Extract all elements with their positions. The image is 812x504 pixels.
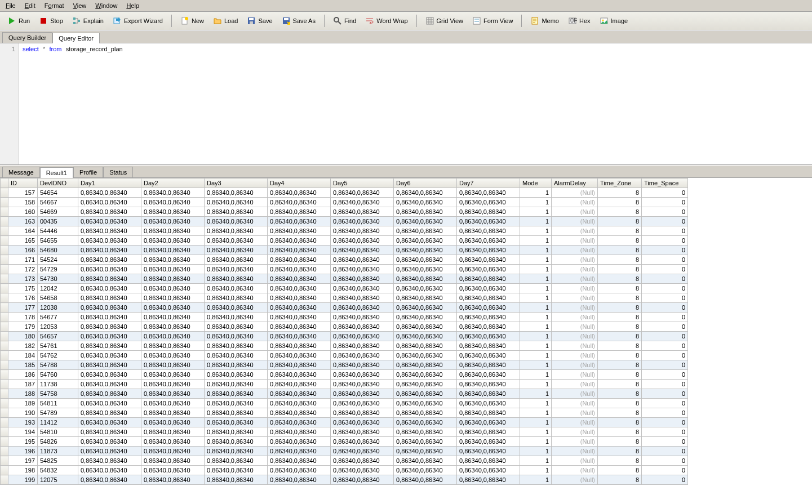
cell-dev[interactable]: 11412: [38, 418, 78, 427]
table-row[interactable]: 178546770,86340,0,863400,86340,0,863400,…: [1, 313, 688, 322]
menu-help[interactable]: Help: [123, 1, 143, 10]
cell-ts[interactable]: 0: [642, 284, 688, 293]
cell-day[interactable]: 0,86340,0,86340: [457, 389, 520, 399]
cell-alarmdelay[interactable]: (Null): [552, 427, 598, 437]
cell-alarmdelay[interactable]: (Null): [552, 207, 598, 217]
cell-id[interactable]: 194: [8, 427, 38, 437]
row-header[interactable]: [1, 475, 8, 485]
cell-id[interactable]: 173: [8, 274, 38, 284]
cell-mode[interactable]: 1: [520, 207, 552, 217]
cell-alarmdelay[interactable]: (Null): [552, 408, 598, 418]
cell-day[interactable]: 0,86340,0,86340: [331, 207, 394, 217]
table-row[interactable]: 197548250,86340,0,863400,86340,0,863400,…: [1, 456, 688, 466]
cell-ts[interactable]: 0: [642, 427, 688, 437]
cell-alarmdelay[interactable]: (Null): [552, 303, 598, 313]
cell-tz[interactable]: 8: [598, 265, 642, 274]
cell-day[interactable]: 0,86340,0,86340: [141, 226, 205, 236]
cell-day[interactable]: 0,86340,0,86340: [78, 389, 141, 399]
cell-ts[interactable]: 0: [642, 475, 688, 485]
cell-tz[interactable]: 8: [598, 437, 642, 447]
row-header[interactable]: [1, 303, 8, 313]
saveas-button[interactable]: Save As: [278, 14, 320, 28]
cell-day[interactable]: 0,86340,0,86340: [141, 322, 205, 332]
cell-day[interactable]: 0,86340,0,86340: [78, 198, 141, 207]
cell-day[interactable]: 0,86340,0,86340: [205, 447, 268, 456]
cell-day[interactable]: 0,86340,0,86340: [331, 313, 394, 322]
cell-day[interactable]: 0,86340,0,86340: [205, 475, 268, 485]
cell-day[interactable]: 0,86340,0,86340: [205, 351, 268, 360]
cell-day[interactable]: 0,86340,0,86340: [268, 188, 331, 198]
cell-id[interactable]: 177: [8, 303, 38, 313]
cell-tz[interactable]: 8: [598, 447, 642, 456]
table-row[interactable]: 194548100,86340,0,863400,86340,0,863400,…: [1, 427, 688, 437]
cell-dev[interactable]: 54758: [38, 389, 78, 399]
cell-day[interactable]: 0,86340,0,86340: [78, 322, 141, 332]
cell-day[interactable]: 0,86340,0,86340: [394, 399, 457, 408]
cell-day[interactable]: 0,86340,0,86340: [457, 427, 520, 437]
cell-ts[interactable]: 0: [642, 360, 688, 370]
cell-day[interactable]: 0,86340,0,86340: [394, 341, 457, 351]
cell-id[interactable]: 163: [8, 217, 38, 226]
cell-tz[interactable]: 8: [598, 456, 642, 466]
save-button[interactable]: Save: [243, 14, 276, 28]
cell-tz[interactable]: 8: [598, 226, 642, 236]
cell-day[interactable]: 0,86340,0,86340: [78, 427, 141, 437]
cell-alarmdelay[interactable]: (Null): [552, 274, 598, 284]
run-button[interactable]: Run: [3, 14, 34, 28]
cell-mode[interactable]: 1: [520, 284, 552, 293]
cell-day[interactable]: 0,86340,0,86340: [331, 217, 394, 226]
cell-mode[interactable]: 1: [520, 380, 552, 389]
cell-day[interactable]: 0,86340,0,86340: [205, 255, 268, 265]
cell-day[interactable]: 0,86340,0,86340: [141, 456, 205, 466]
cell-day[interactable]: 0,86340,0,86340: [457, 274, 520, 284]
cell-ts[interactable]: 0: [642, 188, 688, 198]
cell-id[interactable]: 158: [8, 198, 38, 207]
cell-day[interactable]: 0,86340,0,86340: [141, 380, 205, 389]
cell-alarmdelay[interactable]: (Null): [552, 313, 598, 322]
cell-day[interactable]: 0,86340,0,86340: [331, 456, 394, 466]
cell-day[interactable]: 0,86340,0,86340: [331, 341, 394, 351]
cell-tz[interactable]: 8: [598, 303, 642, 313]
tab-message[interactable]: Message: [2, 167, 40, 177]
cell-mode[interactable]: 1: [520, 236, 552, 246]
cell-id[interactable]: 190: [8, 408, 38, 418]
cell-day[interactable]: 0,86340,0,86340: [141, 437, 205, 447]
cell-tz[interactable]: 8: [598, 399, 642, 408]
cell-dev[interactable]: 54825: [38, 456, 78, 466]
cell-mode[interactable]: 1: [520, 399, 552, 408]
cell-dev[interactable]: 54762: [38, 351, 78, 360]
cell-day[interactable]: 0,86340,0,86340: [457, 332, 520, 341]
cell-tz[interactable]: 8: [598, 351, 642, 360]
cell-ts[interactable]: 0: [642, 408, 688, 418]
cell-day[interactable]: 0,86340,0,86340: [394, 265, 457, 274]
cell-day[interactable]: 0,86340,0,86340: [268, 236, 331, 246]
cell-day[interactable]: 0,86340,0,86340: [78, 274, 141, 284]
cell-day[interactable]: 0,86340,0,86340: [141, 303, 205, 313]
cell-id[interactable]: 188: [8, 389, 38, 399]
cell-day[interactable]: 0,86340,0,86340: [268, 399, 331, 408]
cell-day[interactable]: 0,86340,0,86340: [205, 380, 268, 389]
cell-mode[interactable]: 1: [520, 351, 552, 360]
row-header[interactable]: [1, 246, 8, 255]
cell-day[interactable]: 0,86340,0,86340: [205, 188, 268, 198]
stop-button[interactable]: Stop: [35, 14, 67, 28]
table-row[interactable]: 173547300,86340,0,863400,86340,0,863400,…: [1, 274, 688, 284]
cell-mode[interactable]: 1: [520, 466, 552, 475]
cell-alarmdelay[interactable]: (Null): [552, 255, 598, 265]
cell-day[interactable]: 0,86340,0,86340: [141, 284, 205, 293]
cell-day[interactable]: 0,86340,0,86340: [268, 284, 331, 293]
export-wizard-button[interactable]: Export Wizard: [109, 14, 167, 28]
cell-day[interactable]: 0,86340,0,86340: [141, 274, 205, 284]
cell-alarmdelay[interactable]: (Null): [552, 188, 598, 198]
table-row[interactable]: 171545240,86340,0,863400,86340,0,863400,…: [1, 255, 688, 265]
cell-day[interactable]: 0,86340,0,86340: [78, 456, 141, 466]
cell-mode[interactable]: 1: [520, 322, 552, 332]
cell-id[interactable]: 198: [8, 466, 38, 475]
cell-day[interactable]: 0,86340,0,86340: [394, 475, 457, 485]
cell-day[interactable]: 0,86340,0,86340: [205, 389, 268, 399]
cell-day[interactable]: 0,86340,0,86340: [78, 408, 141, 418]
cell-alarmdelay[interactable]: (Null): [552, 332, 598, 341]
cell-day[interactable]: 0,86340,0,86340: [394, 380, 457, 389]
cell-day[interactable]: 0,86340,0,86340: [457, 475, 520, 485]
cell-day[interactable]: 0,86340,0,86340: [457, 284, 520, 293]
